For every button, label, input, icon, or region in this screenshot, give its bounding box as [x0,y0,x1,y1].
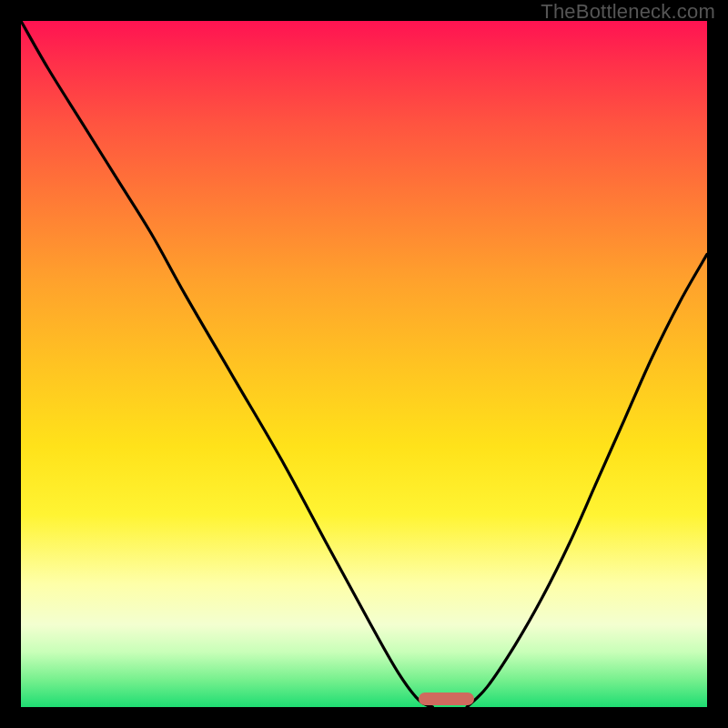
left-curve [21,21,432,707]
chart-frame [11,11,717,717]
right-curve [467,254,707,707]
watermark-text: TheBottleneck.com [541,0,715,24]
curve-layer [21,21,707,707]
plot-area [21,21,707,707]
bottleneck-marker [419,693,473,705]
